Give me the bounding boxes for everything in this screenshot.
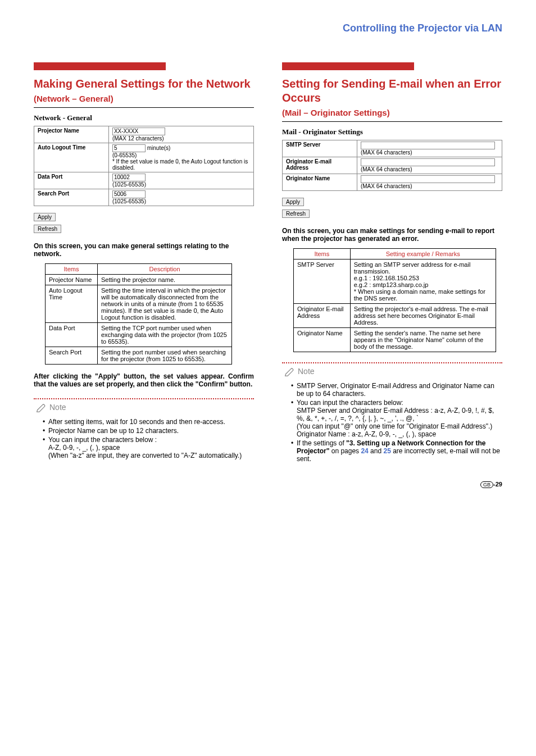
left-column: Making General Settings for the Network … [34,62,254,464]
table-cell: Projector Name [46,275,98,285]
form-label: Data Port [34,172,109,189]
projector-name-input[interactable]: XX-XXXX [112,127,165,135]
form-note: (MAX 12 characters) [112,135,250,142]
form-note: (1025-65535) [112,198,250,204]
left-lead-text: On this screen, you can make general set… [34,242,254,258]
right-column: Setting for Sending E-mail when an Error… [282,62,502,464]
note-item: You can input the characters below : A-Z… [43,436,254,459]
table-cell: Originator E-mail Address [294,304,351,328]
red-accent-bar [282,62,414,70]
originator-email-input[interactable] [361,158,495,166]
unit-label: minute(s) [147,145,171,151]
search-port-input[interactable]: 5006 [112,190,146,198]
note-icon [36,402,47,413]
left-section-title: Making General Settings for the Network … [34,77,254,108]
note-divider [282,362,502,363]
mail-originator-form-table: SMTP Server (MAX 64 characters) Originat… [282,140,502,191]
network-general-form-table: Projector Name XX-XXXX (MAX 12 character… [34,126,254,206]
form-label: Originator Name [283,174,357,191]
table-header: Items [294,249,351,259]
note-heading: Note [36,402,66,413]
page-number: GB-29 [34,481,502,488]
form-note: (MAX 64 characters) [361,166,498,172]
table-header: Description [98,264,232,275]
right-form-heading: Mail - Originator Settings [282,127,502,136]
originator-name-input[interactable] [361,175,495,183]
left-notes-list: After setting items, wait for 10 seconds… [34,418,254,459]
note-item: If the settings of "3. Setting up a Netw… [291,439,502,463]
right-description-table: Items Setting example / Remarks SMTP Ser… [293,248,496,352]
page-link[interactable]: 24 [361,447,368,455]
refresh-button[interactable]: Refresh [282,210,310,218]
apply-button[interactable]: Apply [282,198,304,206]
right-section-title: Setting for Sending E-mail when an Error… [282,77,502,122]
table-cell: Search Port [46,347,98,365]
table-cell: Setting the projector's e-mail address. … [350,304,496,328]
table-header: Setting example / Remarks [350,249,496,259]
left-form-heading: Network - General [34,113,254,122]
apply-button[interactable]: Apply [34,213,56,221]
left-description-table: Items Description Projector Name Setting… [45,263,232,365]
note-icon [284,366,296,377]
data-port-input[interactable]: 10002 [112,174,146,181]
page-link[interactable]: 25 [383,447,390,455]
form-note: (MAX 64 characters) [361,183,498,189]
table-cell: Setting the time interval in which the p… [98,285,232,323]
table-cell: Data Port [46,323,98,347]
table-cell: Setting an SMTP server address for e-mai… [350,259,496,304]
note-heading: Note [284,366,315,377]
table-header: Items [46,264,98,275]
form-note: (0-65535) * If the set value is made 0, … [112,152,250,171]
title-sub: (Network – General) [34,94,113,103]
title-main: Making General Settings for the Network [34,78,251,90]
red-accent-bar [34,62,166,70]
title-sub: (Mail – Originator Settings) [282,108,390,117]
form-label: Projector Name [34,126,109,143]
title-main: Setting for Sending E-mail when an Error… [282,78,501,104]
refresh-button[interactable]: Refresh [34,225,61,233]
note-item: After setting items, wait for 10 seconds… [43,418,254,426]
right-lead-text: On this screen, you can make settings fo… [282,227,502,243]
table-cell: Setting the port number used when search… [98,347,232,365]
note-item: SMTP Server, Originator E-mail Address a… [291,382,502,398]
note-divider [34,398,254,399]
table-cell: Setting the sender's name. The name set … [350,328,496,352]
note-item: Projector Name can be up to 12 character… [43,427,254,435]
form-note: (1025-65535) [112,181,250,188]
form-label: Originator E-mail Address [283,157,357,174]
form-label: Auto Logout Time [34,143,109,172]
table-cell: Setting the TCP port number used when ex… [98,323,232,347]
after-apply-text: After clicking the "Apply" button, the s… [34,372,254,388]
table-cell: Setting the projector name. [98,275,232,285]
right-notes-list: SMTP Server, Originator E-mail Address a… [282,382,502,463]
smtp-server-input[interactable] [361,142,495,149]
table-cell: Originator Name [294,328,351,352]
auto-logout-input[interactable]: 5 [112,144,146,152]
table-cell: SMTP Server [294,259,351,304]
page-header: Controlling the Projector via LAN [34,22,502,34]
form-note: (MAX 64 characters) [361,149,498,156]
form-label: Search Port [34,189,109,206]
table-cell: Auto Logout Time [46,285,98,323]
note-item: You can input the characters below: SMTP… [291,399,502,438]
form-label: SMTP Server [283,140,357,157]
